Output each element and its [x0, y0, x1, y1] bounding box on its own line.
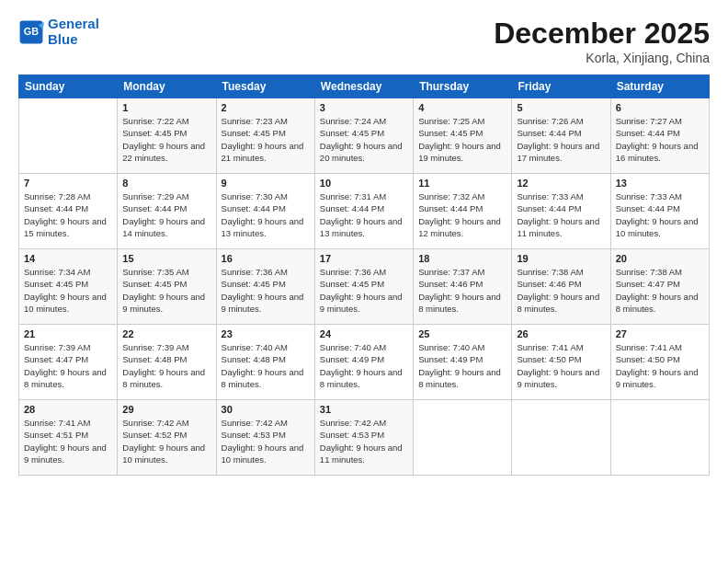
- day-cell: 8Sunrise: 7:29 AMSunset: 4:44 PMDaylight…: [118, 174, 216, 249]
- day-number: 4: [418, 102, 506, 113]
- day-number: 2: [222, 102, 310, 113]
- day-info: Sunrise: 7:34 AMSunset: 4:45 PMDaylight:…: [24, 266, 112, 315]
- day-info: Sunrise: 7:33 AMSunset: 4:44 PMDaylight:…: [616, 190, 704, 239]
- logo-line2: Blue: [48, 31, 78, 47]
- day-info: Sunrise: 7:27 AMSunset: 4:44 PMDaylight:…: [616, 115, 704, 164]
- day-number: 6: [616, 102, 704, 113]
- day-cell: 14Sunrise: 7:34 AMSunset: 4:45 PMDayligh…: [19, 249, 118, 325]
- day-info: Sunrise: 7:42 AMSunset: 4:53 PMDaylight:…: [222, 417, 310, 465]
- day-number: 8: [122, 178, 210, 189]
- logo-line1: General: [48, 16, 99, 31]
- day-info: Sunrise: 7:25 AMSunset: 4:45 PMDaylight:…: [418, 115, 506, 164]
- day-number: 16: [222, 253, 310, 264]
- day-cell: 15Sunrise: 7:35 AMSunset: 4:45 PMDayligh…: [118, 249, 216, 325]
- day-info: Sunrise: 7:30 AMSunset: 4:44 PMDaylight:…: [222, 190, 310, 239]
- svg-text:GB: GB: [24, 26, 39, 37]
- day-number: 29: [122, 404, 210, 415]
- day-number: 18: [418, 253, 506, 264]
- day-number: 1: [122, 102, 210, 113]
- day-cell: 17Sunrise: 7:36 AMSunset: 4:45 PMDayligh…: [314, 249, 413, 325]
- day-cell: 16Sunrise: 7:36 AMSunset: 4:45 PMDayligh…: [216, 249, 314, 325]
- day-cell: [414, 400, 512, 476]
- day-number: 14: [24, 253, 112, 264]
- week-row-2: 14Sunrise: 7:34 AMSunset: 4:45 PMDayligh…: [19, 249, 710, 325]
- day-cell: 10Sunrise: 7:31 AMSunset: 4:44 PMDayligh…: [314, 174, 413, 249]
- day-info: Sunrise: 7:40 AMSunset: 4:49 PMDaylight:…: [320, 341, 408, 390]
- day-cell: 29Sunrise: 7:42 AMSunset: 4:52 PMDayligh…: [118, 400, 216, 476]
- location: Korla, Xinjiang, China: [494, 51, 710, 65]
- weekday-header-sunday: Sunday: [19, 75, 118, 98]
- day-info: Sunrise: 7:28 AMSunset: 4:44 PMDaylight:…: [24, 190, 112, 239]
- day-number: 27: [616, 328, 704, 339]
- day-cell: 1Sunrise: 7:22 AMSunset: 4:45 PMDaylight…: [118, 98, 216, 174]
- day-info: Sunrise: 7:42 AMSunset: 4:53 PMDaylight:…: [320, 417, 408, 465]
- day-info: Sunrise: 7:39 AMSunset: 4:48 PMDaylight:…: [122, 341, 210, 390]
- day-info: Sunrise: 7:37 AMSunset: 4:46 PMDaylight:…: [418, 266, 506, 315]
- day-number: 17: [320, 253, 408, 264]
- day-number: 9: [222, 178, 310, 189]
- day-cell: [512, 400, 610, 476]
- day-number: 3: [320, 102, 408, 113]
- day-cell: 26Sunrise: 7:41 AMSunset: 4:50 PMDayligh…: [512, 325, 610, 400]
- logo-icon: GB: [18, 19, 44, 45]
- day-number: 12: [517, 178, 605, 189]
- day-cell: 3Sunrise: 7:24 AMSunset: 4:45 PMDaylight…: [314, 98, 413, 174]
- day-info: Sunrise: 7:40 AMSunset: 4:49 PMDaylight:…: [418, 341, 506, 390]
- day-number: 22: [122, 328, 210, 339]
- day-info: Sunrise: 7:22 AMSunset: 4:45 PMDaylight:…: [122, 115, 210, 164]
- weekday-header-thursday: Thursday: [414, 75, 512, 98]
- day-cell: 11Sunrise: 7:32 AMSunset: 4:44 PMDayligh…: [414, 174, 512, 249]
- day-cell: 18Sunrise: 7:37 AMSunset: 4:46 PMDayligh…: [414, 249, 512, 325]
- day-cell: 7Sunrise: 7:28 AMSunset: 4:44 PMDaylight…: [19, 174, 118, 249]
- day-cell: 13Sunrise: 7:33 AMSunset: 4:44 PMDayligh…: [610, 174, 709, 249]
- day-number: 15: [122, 253, 210, 264]
- day-info: Sunrise: 7:36 AMSunset: 4:45 PMDaylight:…: [222, 266, 310, 315]
- weekday-header-monday: Monday: [118, 75, 216, 98]
- day-number: 28: [24, 404, 112, 415]
- day-info: Sunrise: 7:29 AMSunset: 4:44 PMDaylight:…: [122, 190, 210, 239]
- day-cell: 19Sunrise: 7:38 AMSunset: 4:46 PMDayligh…: [512, 249, 610, 325]
- calendar-body: 1Sunrise: 7:22 AMSunset: 4:45 PMDaylight…: [19, 98, 710, 476]
- weekday-header-saturday: Saturday: [610, 75, 709, 98]
- day-cell: [19, 98, 118, 174]
- calendar-header: SundayMondayTuesdayWednesdayThursdayFrid…: [19, 75, 710, 98]
- day-info: Sunrise: 7:33 AMSunset: 4:44 PMDaylight:…: [517, 190, 605, 239]
- day-cell: 27Sunrise: 7:41 AMSunset: 4:50 PMDayligh…: [610, 325, 709, 400]
- weekday-header-friday: Friday: [512, 75, 610, 98]
- day-info: Sunrise: 7:26 AMSunset: 4:44 PMDaylight:…: [517, 115, 605, 164]
- day-number: 20: [616, 253, 704, 264]
- day-cell: 28Sunrise: 7:41 AMSunset: 4:51 PMDayligh…: [19, 400, 118, 476]
- day-info: Sunrise: 7:38 AMSunset: 4:47 PMDaylight:…: [616, 266, 704, 315]
- day-number: 5: [517, 102, 605, 113]
- day-number: 19: [517, 253, 605, 264]
- day-number: 25: [418, 328, 506, 339]
- day-cell: 4Sunrise: 7:25 AMSunset: 4:45 PMDaylight…: [414, 98, 512, 174]
- week-row-4: 28Sunrise: 7:41 AMSunset: 4:51 PMDayligh…: [19, 400, 710, 476]
- day-info: Sunrise: 7:41 AMSunset: 4:51 PMDaylight:…: [24, 417, 112, 465]
- day-number: 10: [320, 178, 408, 189]
- day-cell: 20Sunrise: 7:38 AMSunset: 4:47 PMDayligh…: [610, 249, 709, 325]
- day-cell: 6Sunrise: 7:27 AMSunset: 4:44 PMDaylight…: [610, 98, 709, 174]
- week-row-0: 1Sunrise: 7:22 AMSunset: 4:45 PMDaylight…: [19, 98, 710, 174]
- day-info: Sunrise: 7:41 AMSunset: 4:50 PMDaylight:…: [616, 341, 704, 390]
- day-number: 30: [222, 404, 310, 415]
- day-cell: 31Sunrise: 7:42 AMSunset: 4:53 PMDayligh…: [314, 400, 413, 476]
- title-block: December 2025 Korla, Xinjiang, China: [494, 17, 710, 65]
- day-cell: 12Sunrise: 7:33 AMSunset: 4:44 PMDayligh…: [512, 174, 610, 249]
- day-cell: 24Sunrise: 7:40 AMSunset: 4:49 PMDayligh…: [314, 325, 413, 400]
- day-number: 13: [616, 178, 704, 189]
- header: GB General Blue December 2025 Korla, Xin…: [18, 17, 710, 65]
- day-info: Sunrise: 7:35 AMSunset: 4:45 PMDaylight:…: [122, 266, 210, 315]
- day-info: Sunrise: 7:24 AMSunset: 4:45 PMDaylight:…: [320, 115, 408, 164]
- day-cell: 9Sunrise: 7:30 AMSunset: 4:44 PMDaylight…: [216, 174, 314, 249]
- weekday-header-wednesday: Wednesday: [314, 75, 413, 98]
- day-info: Sunrise: 7:42 AMSunset: 4:52 PMDaylight:…: [122, 417, 210, 465]
- day-cell: [610, 400, 709, 476]
- weekday-header-tuesday: Tuesday: [216, 75, 314, 98]
- day-cell: 25Sunrise: 7:40 AMSunset: 4:49 PMDayligh…: [414, 325, 512, 400]
- day-info: Sunrise: 7:39 AMSunset: 4:47 PMDaylight:…: [24, 341, 112, 390]
- day-number: 21: [24, 328, 112, 339]
- day-info: Sunrise: 7:41 AMSunset: 4:50 PMDaylight:…: [517, 341, 605, 390]
- day-cell: 30Sunrise: 7:42 AMSunset: 4:53 PMDayligh…: [216, 400, 314, 476]
- day-info: Sunrise: 7:32 AMSunset: 4:44 PMDaylight:…: [418, 190, 506, 239]
